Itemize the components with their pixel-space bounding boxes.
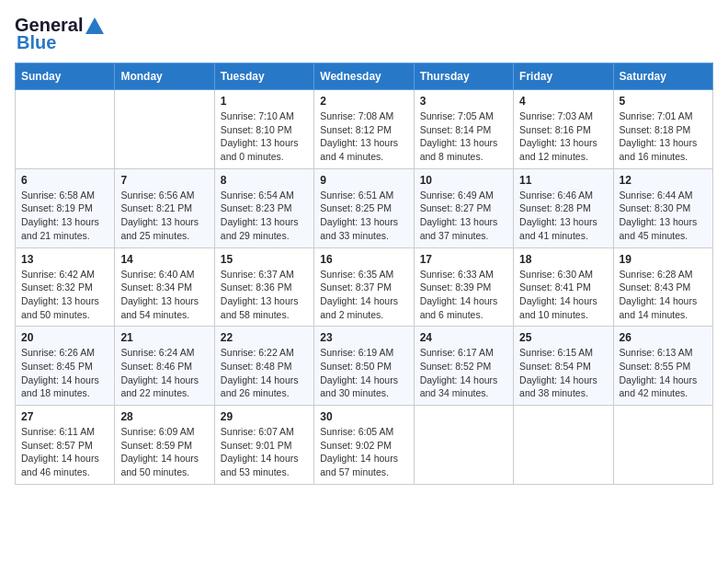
calendar-header-row: SundayMondayTuesdayWednesdayThursdayFrid…: [16, 63, 713, 90]
day-info: Sunrise: 6:24 AMSunset: 8:46 PMDaylight:…: [120, 346, 208, 400]
calendar-cell: 22Sunrise: 6:22 AMSunset: 8:48 PMDayligh…: [214, 327, 313, 406]
day-number: 26: [620, 331, 707, 344]
calendar-cell: 5Sunrise: 7:01 AMSunset: 8:18 PMDaylight…: [613, 90, 712, 169]
day-info: Sunrise: 6:49 AMSunset: 8:27 PMDaylight:…: [420, 189, 507, 243]
calendar-week-row: 20Sunrise: 6:26 AMSunset: 8:45 PMDayligh…: [16, 327, 713, 406]
day-number: 10: [420, 174, 507, 187]
calendar-cell: 13Sunrise: 6:42 AMSunset: 8:32 PMDayligh…: [16, 247, 115, 327]
day-number: 21: [120, 331, 208, 344]
day-info: Sunrise: 7:05 AMSunset: 8:14 PMDaylight:…: [420, 109, 507, 164]
calendar-body: 1Sunrise: 7:10 AMSunset: 8:10 PMDaylight…: [16, 90, 713, 485]
calendar-cell: 15Sunrise: 6:37 AMSunset: 8:36 PMDayligh…: [214, 247, 313, 327]
calendar-cell: 7Sunrise: 6:56 AMSunset: 8:21 PMDaylight…: [115, 168, 214, 247]
day-number: 14: [120, 253, 208, 266]
calendar-cell: 16Sunrise: 6:35 AMSunset: 8:37 PMDayligh…: [314, 247, 414, 327]
day-number: 1: [221, 95, 308, 108]
day-info: Sunrise: 6:15 AMSunset: 8:54 PMDaylight:…: [519, 346, 607, 400]
day-info: Sunrise: 6:56 AMSunset: 8:21 PMDaylight:…: [120, 189, 208, 243]
calendar-header: SundayMondayTuesdayWednesdayThursdayFrid…: [16, 63, 713, 90]
day-info: Sunrise: 6:44 AMSunset: 8:30 PMDaylight:…: [620, 189, 707, 243]
day-number: 23: [320, 331, 407, 344]
day-number: 7: [120, 174, 208, 187]
day-number: 18: [519, 253, 607, 266]
day-info: Sunrise: 6:46 AMSunset: 8:28 PMDaylight:…: [519, 189, 607, 243]
calendar-week-row: 6Sunrise: 6:58 AMSunset: 8:19 PMDaylight…: [16, 168, 713, 247]
day-info: Sunrise: 6:54 AMSunset: 8:23 PMDaylight:…: [221, 189, 308, 243]
day-number: 15: [221, 253, 308, 266]
day-number: 6: [21, 174, 108, 187]
day-info: Sunrise: 6:11 AMSunset: 8:57 PMDaylight:…: [21, 425, 108, 479]
day-number: 29: [221, 410, 308, 423]
day-number: 9: [320, 174, 407, 187]
calendar-cell: 27Sunrise: 6:11 AMSunset: 8:57 PMDayligh…: [16, 406, 115, 485]
day-info: Sunrise: 6:35 AMSunset: 8:37 PMDaylight:…: [320, 268, 407, 322]
calendar-cell: 2Sunrise: 7:08 AMSunset: 8:12 PMDaylight…: [314, 90, 414, 169]
header: General Blue: [15, 15, 713, 53]
day-info: Sunrise: 6:51 AMSunset: 8:25 PMDaylight:…: [320, 189, 407, 243]
calendar-week-row: 13Sunrise: 6:42 AMSunset: 8:32 PMDayligh…: [16, 247, 713, 327]
day-number: 3: [420, 95, 507, 108]
day-info: Sunrise: 6:19 AMSunset: 8:50 PMDaylight:…: [320, 346, 407, 400]
day-info: Sunrise: 6:07 AMSunset: 9:01 PMDaylight:…: [221, 425, 308, 479]
calendar-cell: [414, 406, 513, 485]
day-number: 2: [320, 95, 407, 108]
calendar-cell: [514, 406, 613, 485]
day-number: 27: [21, 410, 108, 423]
calendar-cell: 25Sunrise: 6:15 AMSunset: 8:54 PMDayligh…: [514, 327, 613, 406]
calendar-table: SundayMondayTuesdayWednesdayThursdayFrid…: [15, 63, 713, 485]
day-info: Sunrise: 6:05 AMSunset: 9:02 PMDaylight:…: [320, 425, 407, 479]
calendar-week-row: 1Sunrise: 7:10 AMSunset: 8:10 PMDaylight…: [16, 90, 713, 169]
calendar-cell: 23Sunrise: 6:19 AMSunset: 8:50 PMDayligh…: [314, 327, 414, 406]
day-info: Sunrise: 6:09 AMSunset: 8:59 PMDaylight:…: [120, 425, 208, 479]
calendar-cell: 28Sunrise: 6:09 AMSunset: 8:59 PMDayligh…: [115, 406, 214, 485]
day-info: Sunrise: 6:58 AMSunset: 8:19 PMDaylight:…: [21, 189, 108, 243]
calendar-cell: 20Sunrise: 6:26 AMSunset: 8:45 PMDayligh…: [16, 327, 115, 406]
calendar-cell: 14Sunrise: 6:40 AMSunset: 8:34 PMDayligh…: [115, 247, 214, 327]
day-number: 19: [620, 253, 707, 266]
day-number: 22: [221, 331, 308, 344]
calendar-cell: 1Sunrise: 7:10 AMSunset: 8:10 PMDaylight…: [214, 90, 313, 169]
logo: General Blue: [15, 15, 105, 53]
day-header-saturday: Saturday: [613, 63, 712, 90]
day-number: 17: [420, 253, 507, 266]
day-header-sunday: Sunday: [16, 63, 115, 90]
day-number: 20: [21, 331, 108, 344]
day-info: Sunrise: 6:30 AMSunset: 8:41 PMDaylight:…: [519, 268, 607, 322]
calendar-cell: 4Sunrise: 7:03 AMSunset: 8:16 PMDaylight…: [514, 90, 613, 169]
day-number: 12: [620, 174, 707, 187]
calendar-cell: 26Sunrise: 6:13 AMSunset: 8:55 PMDayligh…: [613, 327, 712, 406]
calendar-cell: 17Sunrise: 6:33 AMSunset: 8:39 PMDayligh…: [414, 247, 513, 327]
svg-marker-0: [85, 17, 104, 34]
calendar-cell: 24Sunrise: 6:17 AMSunset: 8:52 PMDayligh…: [414, 327, 513, 406]
day-info: Sunrise: 6:26 AMSunset: 8:45 PMDaylight:…: [21, 346, 108, 400]
day-info: Sunrise: 6:17 AMSunset: 8:52 PMDaylight:…: [420, 346, 507, 400]
calendar-cell: 9Sunrise: 6:51 AMSunset: 8:25 PMDaylight…: [314, 168, 414, 247]
day-number: 24: [420, 331, 507, 344]
day-info: Sunrise: 7:01 AMSunset: 8:18 PMDaylight:…: [620, 109, 707, 164]
day-info: Sunrise: 6:28 AMSunset: 8:43 PMDaylight:…: [620, 268, 707, 322]
calendar-cell: 11Sunrise: 6:46 AMSunset: 8:28 PMDayligh…: [514, 168, 613, 247]
day-header-wednesday: Wednesday: [314, 63, 414, 90]
day-header-thursday: Thursday: [414, 63, 513, 90]
calendar-cell: [115, 90, 214, 169]
calendar-cell: 3Sunrise: 7:05 AMSunset: 8:14 PMDaylight…: [414, 90, 513, 169]
logo-icon: [85, 16, 105, 36]
logo-blue-text: Blue: [17, 32, 56, 53]
day-number: 13: [21, 253, 108, 266]
calendar-cell: 10Sunrise: 6:49 AMSunset: 8:27 PMDayligh…: [414, 168, 513, 247]
calendar-week-row: 27Sunrise: 6:11 AMSunset: 8:57 PMDayligh…: [16, 406, 713, 485]
calendar-cell: 21Sunrise: 6:24 AMSunset: 8:46 PMDayligh…: [115, 327, 214, 406]
calendar-cell: [16, 90, 115, 169]
day-info: Sunrise: 6:22 AMSunset: 8:48 PMDaylight:…: [221, 346, 308, 400]
calendar-cell: 12Sunrise: 6:44 AMSunset: 8:30 PMDayligh…: [613, 168, 712, 247]
day-info: Sunrise: 7:03 AMSunset: 8:16 PMDaylight:…: [519, 109, 607, 164]
day-info: Sunrise: 7:08 AMSunset: 8:12 PMDaylight:…: [320, 109, 407, 164]
day-header-monday: Monday: [115, 63, 214, 90]
day-number: 16: [320, 253, 407, 266]
day-info: Sunrise: 7:10 AMSunset: 8:10 PMDaylight:…: [221, 109, 308, 164]
day-number: 25: [519, 331, 607, 344]
calendar-cell: 29Sunrise: 6:07 AMSunset: 9:01 PMDayligh…: [214, 406, 313, 485]
day-number: 4: [519, 95, 607, 108]
calendar-cell: 8Sunrise: 6:54 AMSunset: 8:23 PMDaylight…: [214, 168, 313, 247]
day-number: 5: [620, 95, 707, 108]
